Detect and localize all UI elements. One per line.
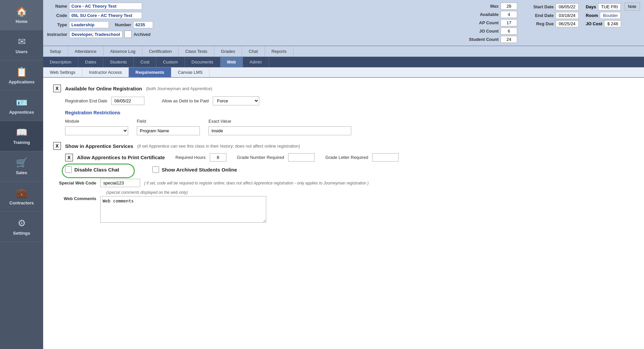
tab-chat[interactable]: Chat [242,46,265,57]
tab-certification[interactable]: Certification [142,46,179,57]
sidebar-label-contractors: Contractors [9,200,34,205]
reg-end-date-input[interactable] [111,97,144,105]
max-label: Max [469,4,499,9]
exact-value-input[interactable] [208,126,351,135]
sidebar-item-training[interactable]: 📖 Training [0,121,43,151]
code-label: Code [47,13,67,18]
archived-checkbox[interactable] [124,31,132,38]
room-label: Room [586,13,598,18]
name-label: Name [47,4,67,9]
show-apprentice-subtitle: (if set Apprentice can see this class in… [137,144,300,149]
allow-print-title: Allow Apprentices to Print Certificate [77,155,165,160]
sidebar-label-training: Training [13,140,30,145]
tab-row-2: DescriptionDatesStudentsCostCustomDocume… [43,57,644,67]
student-count-value: 24 [501,36,517,43]
header-info: Name Core - AC Theory Test Code 05L SU C… [43,0,644,46]
home-icon: 🏠 [16,6,28,17]
archived-label: Archived [134,32,151,37]
subtab-web-settings[interactable]: Web Settings [43,67,82,77]
disable-chat-label: Disable Class Chat [74,167,119,173]
grade-letter-input[interactable] [372,153,399,162]
max-value: 28 [501,3,517,10]
tab-reports[interactable]: Reports [265,46,294,57]
instructor-label: Instructor [47,32,67,37]
tab2-description[interactable]: Description [43,57,78,67]
tab2-web[interactable]: Web [220,57,243,67]
tab2-students[interactable]: Students [103,57,134,67]
subtab-instructor-access[interactable]: Instructor Access [82,67,129,77]
disable-chat-checkbox[interactable] [65,166,72,173]
module-select[interactable] [65,126,128,135]
grade-number-input[interactable] [288,153,315,162]
tab-setup[interactable]: Setup [43,46,68,57]
field-input[interactable] [137,126,200,135]
jo-count-label: JO Count [469,29,499,34]
sidebar-label-users: Users [16,49,28,54]
tab-row-1: SetupAttendanceAbsence LogCertificationC… [43,46,644,57]
end-date-label: End Date [527,13,554,18]
jo-cost-label: JO Cost [586,21,603,26]
grade-letter-label: Grade Letter Required [325,155,368,160]
sidebar-label-sales: Sales [16,170,27,175]
type-label: Type [47,22,67,27]
required-hours-input[interactable] [210,153,226,162]
tab-grades[interactable]: Grades [214,46,242,57]
subtab-requirements[interactable]: Requirements [129,67,171,77]
tab2-custom[interactable]: Custom [156,57,185,67]
sidebar-label-applications: Applications [9,79,35,84]
show-archived-label: Show Archived Students Online [162,167,237,173]
sidebar-item-sales[interactable]: 🛒 Sales [0,151,43,181]
code-value: 05L SU Core - AC Theory Test [69,12,142,19]
tab2-cost[interactable]: Cost [134,57,156,67]
note-button[interactable]: Note [624,3,640,11]
subtab-canvas-lms[interactable]: Canvas LMS [171,67,209,77]
web-comments-textarea[interactable]: Web comments [100,196,266,223]
users-icon: ✉ [18,36,26,47]
module-col-header: Module [65,119,131,125]
sidebar-item-settings[interactable]: ⚙ Settings [0,212,43,242]
student-count-label: Student Count [469,37,499,42]
online-reg-checkbox[interactable]: X [53,84,61,92]
sidebar-item-applications[interactable]: 📋 Applications [0,60,43,91]
tab2-admin[interactable]: Admin [243,57,269,67]
tab2-documents[interactable]: Documents [185,57,220,67]
available-value: 4 [501,11,517,18]
show-apprentice-title: Show in Apprentice Services [65,143,133,149]
sidebar-item-users[interactable]: ✉ Users [0,30,43,60]
show-archived-checkbox[interactable] [152,166,159,173]
tab-absence-log[interactable]: Absence Log [104,46,142,57]
end-date-value: 03/18/24 [556,12,579,19]
sidebar-item-home[interactable]: 🏠 Home [0,0,43,30]
online-reg-subtitle: (both Journeyman and Apprentice) [146,86,212,91]
available-label: Available [469,12,499,17]
sidebar: 🏠 Home✉ Users📋 Applications🪪 Apprentices… [0,0,43,349]
name-value: Core - AC Theory Test [69,3,142,10]
start-date-label: Start Date [527,4,554,9]
number-label: Number [115,22,131,27]
tab-class-tests[interactable]: Class Tests [179,46,214,57]
sidebar-item-apprentices[interactable]: 🪪 Apprentices [0,91,43,121]
special-code-label: Special Web Code [53,180,96,185]
subtab-row: Web SettingsInstructor AccessRequirement… [43,67,644,78]
online-reg-title: Available for Online Registration [65,86,142,91]
grade-number-label: Grade Number Required [237,155,284,160]
tab-attendance[interactable]: Attendance [68,46,104,57]
show-apprentice-checkbox[interactable]: X [53,142,61,150]
instructor-value: Developer, Tradeschool [69,31,122,38]
room-value: Boulder [600,12,621,19]
main-content: Name Core - AC Theory Test Code 05L SU C… [43,0,644,349]
ap-count-value: 17 [501,19,517,26]
tab2-dates[interactable]: Dates [78,57,103,67]
allow-debt-select[interactable]: Force Yes No [213,96,259,105]
reg-due-label: Reg Due [527,21,554,26]
sidebar-label-apprentices: Apprentices [9,110,34,115]
sidebar-label-home: Home [16,19,28,24]
sidebar-item-contractors[interactable]: 💼 Contractors [0,181,43,212]
settings-icon: ⚙ [18,218,26,229]
special-code-input[interactable] [100,179,140,187]
start-date-value: 08/05/22 [556,3,579,10]
required-hours-label: Required Hours [176,155,206,160]
contractors-icon: 💼 [16,187,28,198]
days-label: Days [586,4,596,9]
allow-print-checkbox[interactable]: X [65,154,73,162]
